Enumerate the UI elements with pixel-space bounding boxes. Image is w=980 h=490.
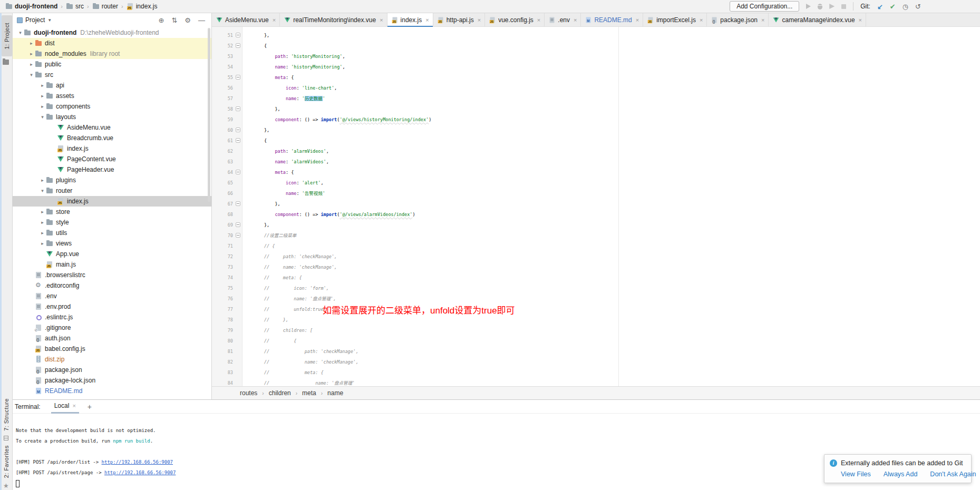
editor-breadcrumb-item[interactable]: routes bbox=[240, 389, 257, 397]
tab-close-icon[interactable]: × bbox=[574, 17, 577, 23]
breadcrumb-item[interactable]: index.js bbox=[127, 3, 158, 10]
notification-action-link[interactable]: View Files bbox=[841, 471, 871, 478]
chevron-icon[interactable]: ▾ bbox=[28, 72, 35, 77]
chevron-icon[interactable]: ▾ bbox=[17, 30, 24, 35]
editor-breadcrumb-item[interactable]: children bbox=[269, 389, 291, 397]
chevron-icon[interactable]: ▾ bbox=[39, 114, 46, 120]
editor-tab[interactable]: AsideMenu.vue× bbox=[212, 13, 280, 27]
tab-close-icon[interactable]: × bbox=[700, 17, 703, 23]
editor-breadcrumb-item[interactable]: meta bbox=[302, 389, 316, 397]
new-terminal-icon[interactable]: + bbox=[88, 403, 92, 411]
breadcrumb-item[interactable]: src bbox=[66, 3, 84, 10]
tree-item[interactable]: index.js bbox=[13, 143, 211, 154]
tree-item[interactable]: auth.json bbox=[13, 333, 211, 344]
tree-item[interactable]: ▸node_moduleslibrary root bbox=[13, 48, 211, 59]
tree-item[interactable]: .gitignore bbox=[13, 322, 211, 333]
tree-item[interactable]: ▾src bbox=[13, 70, 211, 80]
tree-item[interactable]: ▸views bbox=[13, 238, 211, 249]
tool-button-structure[interactable]: 7: Structure bbox=[3, 398, 9, 431]
tree-item[interactable]: ▸utils bbox=[13, 228, 211, 238]
notification-action-link[interactable]: Don't Ask Again bbox=[930, 471, 976, 478]
tree-item[interactable]: package-lock.json bbox=[13, 375, 211, 386]
tree-item[interactable]: ▸dist bbox=[13, 38, 211, 48]
chevron-icon[interactable]: ▾ bbox=[39, 188, 46, 193]
project-panel-title[interactable]: Project bbox=[25, 16, 45, 24]
tab-close-icon[interactable]: × bbox=[636, 17, 639, 23]
editor-tab[interactable]: http-api.js× bbox=[433, 13, 485, 27]
tree-item[interactable]: package.json bbox=[13, 365, 211, 375]
tab-close-icon[interactable]: × bbox=[761, 17, 764, 23]
tree-item[interactable]: .browserslistrc bbox=[13, 270, 211, 280]
tree-item[interactable]: ▸api bbox=[13, 80, 211, 91]
chevron-icon[interactable]: ▸ bbox=[39, 209, 46, 214]
tab-close-icon[interactable]: × bbox=[425, 17, 429, 23]
chevron-icon[interactable]: ▸ bbox=[28, 62, 35, 67]
hide-panel-icon[interactable]: — bbox=[198, 17, 205, 24]
editor-tab[interactable]: cameraManage\index.vue× bbox=[769, 13, 866, 27]
tree-item[interactable]: ▸assets bbox=[13, 91, 211, 101]
editor-tab[interactable]: README.md× bbox=[581, 13, 643, 27]
tree-item[interactable]: README.md bbox=[13, 386, 211, 396]
chevron-icon[interactable]: ▸ bbox=[39, 104, 46, 109]
fold-icon[interactable] bbox=[236, 138, 240, 143]
tree-item[interactable]: AsideMenu.vue bbox=[13, 122, 211, 133]
chevron-icon[interactable]: ▸ bbox=[39, 83, 46, 88]
tree-item[interactable]: .env bbox=[13, 291, 211, 301]
tree-item[interactable]: PageHeader.vue bbox=[13, 164, 211, 175]
chevron-icon[interactable]: ▸ bbox=[28, 41, 35, 46]
code-editor[interactable]: 5152535455565758596061626364656667686970… bbox=[212, 27, 980, 386]
fold-icon[interactable] bbox=[236, 43, 240, 48]
chevron-icon[interactable]: ▸ bbox=[39, 93, 46, 99]
code-area[interactable]: }, { path: 'historyMonitoring', name: 'h… bbox=[242, 27, 980, 386]
editor-breadcrumb-item[interactable]: name bbox=[327, 389, 343, 397]
terminal-tab-local[interactable]: Local × bbox=[51, 400, 79, 414]
chevron-icon[interactable]: ▸ bbox=[39, 230, 46, 236]
editor-tab[interactable]: vue.config.js× bbox=[485, 13, 545, 27]
breadcrumb-item[interactable]: router bbox=[92, 3, 118, 10]
tool-button-project[interactable]: 1: Project bbox=[2, 15, 12, 56]
fold-icon[interactable] bbox=[236, 128, 240, 132]
tree-item[interactable]: ▸public bbox=[13, 59, 211, 70]
tab-close-icon[interactable]: × bbox=[380, 17, 383, 23]
tree-item[interactable]: ▾layouts bbox=[13, 112, 211, 122]
terminal-tab-close-icon[interactable]: × bbox=[72, 403, 75, 409]
chevron-down-icon[interactable]: ▼ bbox=[47, 18, 52, 23]
tree-item[interactable]: App.vue bbox=[13, 249, 211, 259]
tree-item[interactable]: ▾router bbox=[13, 185, 211, 196]
fold-icon[interactable] bbox=[236, 106, 240, 111]
notification-action-link[interactable]: Always Add bbox=[884, 471, 918, 478]
tree-item[interactable]: .editorconfig bbox=[13, 280, 211, 291]
tree-item[interactable]: babel.config.js bbox=[13, 344, 211, 354]
editor-tab[interactable]: index.js× bbox=[387, 13, 433, 27]
fold-icon[interactable] bbox=[236, 233, 240, 238]
chevron-icon[interactable]: ▸ bbox=[39, 241, 46, 246]
tree-item[interactable]: ▾duoji-frontendD:\zheheWeb\duoji-fronten… bbox=[13, 27, 211, 38]
editor-tab[interactable]: realTimeMonitoring\index.vue× bbox=[280, 13, 387, 27]
tree-item[interactable]: index.js bbox=[13, 196, 211, 207]
project-scrollbar[interactable] bbox=[208, 28, 210, 202]
tree-item[interactable]: main.js bbox=[13, 259, 211, 270]
git-commit-icon[interactable]: ✔ bbox=[890, 3, 896, 10]
git-update-icon[interactable]: ↙ bbox=[877, 3, 883, 10]
editor-tab[interactable]: package.json× bbox=[707, 13, 769, 27]
fold-icon[interactable] bbox=[236, 170, 240, 174]
editor-tab[interactable]: .env× bbox=[545, 13, 581, 27]
tab-close-icon[interactable]: × bbox=[537, 17, 540, 23]
git-history-icon[interactable]: ◷ bbox=[903, 3, 908, 10]
chevron-icon[interactable]: ▸ bbox=[39, 220, 46, 225]
tree-item[interactable]: ▸components bbox=[13, 101, 211, 112]
chevron-icon[interactable]: ▸ bbox=[28, 51, 35, 56]
tree-item[interactable]: Breadcrumb.vue bbox=[13, 133, 211, 143]
terminal-link[interactable]: http://192.168.66.56:9007 bbox=[104, 470, 176, 475]
tree-item[interactable]: ▸store bbox=[13, 207, 211, 217]
tree-item[interactable]: dist.zip bbox=[13, 354, 211, 365]
tree-item[interactable]: .env.prod bbox=[13, 301, 211, 312]
chevron-icon[interactable]: ▸ bbox=[39, 178, 46, 183]
tab-close-icon[interactable]: × bbox=[478, 17, 481, 23]
tree-item[interactable]: .eslintrc.js bbox=[13, 312, 211, 322]
collapse-all-icon[interactable]: ⇅ bbox=[171, 17, 177, 24]
editor-tab[interactable]: importExcel.js× bbox=[643, 13, 707, 27]
breadcrumb-item[interactable]: duoji-frontend bbox=[5, 3, 57, 10]
tab-close-icon[interactable]: × bbox=[859, 17, 862, 23]
locate-file-icon[interactable]: ⊕ bbox=[159, 17, 164, 24]
